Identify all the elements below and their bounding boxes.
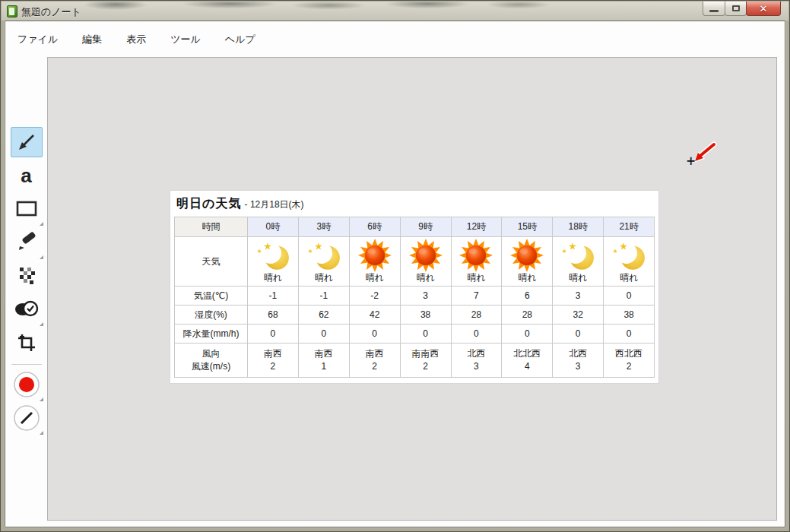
stamp-tool-button[interactable] bbox=[11, 294, 43, 325]
toolbar-divider bbox=[11, 364, 42, 365]
humidity-cell: 68 bbox=[248, 306, 299, 325]
humidity-cell: 42 bbox=[349, 306, 400, 325]
maximize-icon bbox=[732, 5, 740, 11]
weather-cell: 晴れ bbox=[298, 237, 349, 287]
dropdown-arrow-icon bbox=[40, 431, 43, 435]
text-tool-icon: a bbox=[21, 166, 31, 185]
table-row-temperature: 気温(℃) -1 -1 -2 3 7 6 3 0 bbox=[175, 287, 655, 306]
temp-cell: -2 bbox=[349, 287, 400, 306]
stamp-check-icon bbox=[14, 299, 40, 319]
temp-cell: 3 bbox=[400, 287, 451, 306]
app-icon bbox=[7, 5, 17, 17]
precip-cell: 0 bbox=[553, 325, 604, 344]
menu-view[interactable]: 表示 bbox=[125, 30, 148, 49]
menubar: ファイル 編集 表示 ツール ヘルプ bbox=[5, 21, 785, 57]
weather-table: 時間 0時 3時 6時 9時 12時 15時 18時 21時 天気 bbox=[174, 217, 655, 378]
weather-title: 明日の天気 - 12月18日(木) bbox=[170, 191, 658, 217]
wind-cell: 北西3 bbox=[451, 344, 502, 378]
titlebar[interactable]: 無題のノート ✕ bbox=[2, 2, 788, 21]
sun-icon bbox=[458, 238, 493, 273]
temp-cell: 6 bbox=[502, 287, 553, 306]
trim-crop-icon bbox=[17, 333, 36, 353]
crosshair-cursor-icon: + bbox=[687, 154, 695, 168]
note-canvas[interactable]: 明日の天気 - 12月18日(木) 時間 0時 3時 6時 9時 12時 15時 bbox=[47, 57, 777, 521]
table-row-precipitation: 降水量(mm/h) 0 0 0 0 0 0 0 0 bbox=[175, 325, 655, 344]
menu-tools[interactable]: ツール bbox=[169, 30, 202, 49]
humidity-cell: 28 bbox=[502, 306, 553, 325]
temp-cell: 7 bbox=[451, 287, 502, 306]
weather-cell: 晴れ bbox=[451, 237, 502, 287]
row-label-weather: 天気 bbox=[175, 237, 248, 287]
moon-icon bbox=[255, 238, 290, 273]
wind-cell: 南西2 bbox=[349, 344, 400, 378]
tool-palette: a bbox=[5, 57, 47, 527]
trim-tool-button[interactable] bbox=[11, 328, 43, 358]
pen-width-icon bbox=[13, 404, 40, 432]
weather-cell: 晴れ bbox=[604, 237, 655, 287]
wind-cell: 北北西4 bbox=[502, 344, 553, 378]
dropdown-arrow-icon bbox=[40, 322, 43, 326]
weather-cell: 晴れ bbox=[502, 237, 553, 287]
table-row-humidity: 湿度(%) 68 62 42 38 28 28 32 38 bbox=[175, 306, 655, 325]
menu-edit[interactable]: 編集 bbox=[81, 30, 103, 49]
color-tool-button[interactable] bbox=[11, 369, 43, 400]
marker-tool-button[interactable] bbox=[11, 227, 43, 258]
hour-cell: 18時 bbox=[553, 217, 604, 237]
titlebar-glass-texture bbox=[2, 2, 788, 21]
table-row-weather: 天気 晴れ 晴れ bbox=[175, 237, 655, 287]
dropdown-arrow-icon bbox=[40, 397, 43, 401]
menu-help[interactable]: ヘルプ bbox=[224, 30, 257, 49]
sun-icon bbox=[357, 238, 392, 273]
close-button[interactable]: ✕ bbox=[746, 2, 781, 16]
table-row-hours: 時間 0時 3時 6時 9時 12時 15時 18時 21時 bbox=[175, 217, 655, 237]
precip-cell: 0 bbox=[248, 325, 299, 344]
moon-icon bbox=[560, 238, 595, 273]
hour-cell: 9時 bbox=[400, 217, 451, 237]
wind-cell: 南南西2 bbox=[400, 344, 451, 378]
precip-cell: 0 bbox=[604, 325, 655, 344]
text-tool-button[interactable]: a bbox=[11, 160, 43, 191]
minimize-icon bbox=[709, 10, 719, 12]
mosaic-tool-button[interactable] bbox=[11, 261, 43, 291]
hour-cell: 15時 bbox=[502, 217, 553, 237]
row-label-humidity: 湿度(%) bbox=[175, 306, 248, 325]
humidity-cell: 28 bbox=[451, 306, 502, 325]
arrow-icon bbox=[17, 132, 36, 152]
hour-cell: 3時 bbox=[298, 217, 349, 237]
marker-icon bbox=[16, 232, 37, 253]
pen-width-tool-button[interactable] bbox=[11, 403, 43, 433]
humidity-cell: 62 bbox=[298, 306, 349, 325]
humidity-cell: 38 bbox=[400, 306, 451, 325]
moon-icon bbox=[611, 238, 646, 273]
hour-cell: 12時 bbox=[451, 217, 502, 237]
sun-icon bbox=[509, 238, 544, 273]
wind-cell: 南西2 bbox=[248, 344, 299, 378]
workspace: a bbox=[5, 57, 785, 527]
precip-cell: 0 bbox=[298, 325, 349, 344]
current-color-icon bbox=[13, 371, 40, 398]
menu-file[interactable]: ファイル bbox=[16, 30, 59, 49]
mosaic-icon bbox=[17, 266, 36, 286]
weather-cell: 晴れ bbox=[400, 237, 451, 287]
maximize-button[interactable] bbox=[725, 2, 747, 16]
temp-cell: 0 bbox=[604, 287, 655, 306]
weather-card: 明日の天気 - 12月18日(木) 時間 0時 3時 6時 9時 12時 15時 bbox=[170, 191, 658, 383]
client-area: ファイル 編集 表示 ツール ヘルプ a bbox=[5, 21, 785, 527]
hour-cell: 6時 bbox=[349, 217, 400, 237]
rectangle-tool-button[interactable] bbox=[11, 194, 43, 224]
app-window: 無題のノート ✕ ファイル 編集 表示 ツール ヘルプ bbox=[0, 0, 790, 532]
precip-cell: 0 bbox=[502, 325, 553, 344]
arrow-tool-button[interactable] bbox=[11, 127, 43, 157]
humidity-cell: 32 bbox=[553, 306, 604, 325]
hour-cell: 21時 bbox=[604, 217, 655, 237]
minimize-button[interactable] bbox=[703, 2, 725, 16]
temp-cell: -1 bbox=[248, 287, 299, 306]
precip-cell: 0 bbox=[400, 325, 451, 344]
weather-title-main: 明日の天気 bbox=[176, 197, 241, 210]
row-label-time: 時間 bbox=[175, 217, 248, 237]
weather-cell: 晴れ bbox=[349, 237, 400, 287]
moon-icon bbox=[306, 238, 341, 273]
weather-title-date: - 12月18日(木) bbox=[245, 199, 304, 210]
rectangle-icon bbox=[15, 200, 38, 218]
temp-cell: -1 bbox=[298, 287, 349, 306]
